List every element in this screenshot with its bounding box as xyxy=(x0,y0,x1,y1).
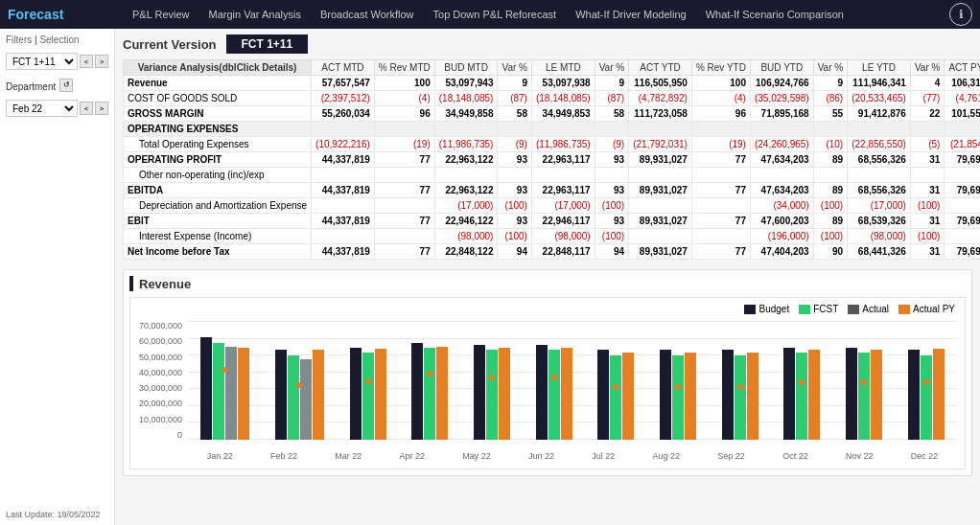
table-cell: 91,412,876 xyxy=(848,106,911,122)
table-cell: 77 xyxy=(691,244,750,260)
table-cell: (2,397,512) xyxy=(312,91,375,106)
chart-bar xyxy=(436,347,448,441)
nav-top-down[interactable]: Top Down P&L Reforecast xyxy=(424,0,567,29)
fct-badge: FCT 1+11 xyxy=(226,34,309,54)
app-title: Forecast xyxy=(8,7,104,22)
version-select[interactable]: FCT 1+11 xyxy=(6,53,78,70)
table-cell: (98,000) xyxy=(848,229,911,244)
actual-py-dot xyxy=(427,371,432,377)
chart-bar xyxy=(908,350,920,440)
table-cell xyxy=(312,229,375,244)
table-cell: 89,931,027 xyxy=(629,152,692,168)
x-axis-label: Jul 22 xyxy=(592,451,615,461)
table-cell: 57,657,547 xyxy=(312,76,375,91)
table-row-label: COST OF GOODS SOLD xyxy=(124,91,312,106)
nav-scenario[interactable]: What-If Scenario Comparison xyxy=(696,0,853,29)
bar-group xyxy=(783,348,820,440)
table-cell: (100) xyxy=(498,198,532,214)
table-cell: 89 xyxy=(813,152,848,168)
table-cell xyxy=(945,122,980,137)
table-cell: 116,505,950 xyxy=(629,76,692,91)
nav-pl-review[interactable]: P&L Review xyxy=(123,0,199,29)
version-next-btn[interactable]: > xyxy=(95,55,108,68)
table-cell: (11,986,735) xyxy=(531,137,595,152)
table-cell: 55 xyxy=(813,106,848,122)
period-prev-btn[interactable]: < xyxy=(80,102,93,115)
table-cell: 93 xyxy=(498,214,532,229)
sidebar: Filters | Selection FCT 1+11 < > Departm… xyxy=(0,29,115,525)
department-row: Department ↺ xyxy=(6,78,108,92)
table-cell xyxy=(629,198,692,214)
table-cell: 100 xyxy=(691,76,750,91)
table-cell: 89 xyxy=(813,183,848,198)
y-axis-label: 50,000,000 xyxy=(139,353,182,362)
version-filter-row: FCT 1+11 < > xyxy=(6,53,108,70)
table-cell: (100) xyxy=(595,198,629,214)
nav-broadcast[interactable]: Broadcast Workflow xyxy=(311,0,424,29)
chart-bar xyxy=(933,349,945,440)
actual-py-dot xyxy=(923,379,929,385)
main-content: Current Version FCT 1+11 Variance Analys… xyxy=(115,29,980,525)
chart-bars xyxy=(188,321,957,440)
chart-bar xyxy=(213,343,224,440)
chart-bar xyxy=(685,353,696,440)
table-cell xyxy=(691,168,750,183)
table-cell: 100 xyxy=(374,76,434,91)
bar-group xyxy=(908,349,945,440)
nav-margin-var[interactable]: Margin Var Analysis xyxy=(199,0,311,29)
table-cell xyxy=(691,198,750,214)
x-axis-label: Jun 22 xyxy=(528,451,554,461)
table-cell: 93 xyxy=(498,183,532,198)
department-refresh-btn[interactable]: ↺ xyxy=(59,79,73,92)
table-row-label: GROSS MARGIN xyxy=(124,106,312,122)
table-cell: 47,600,203 xyxy=(750,214,813,229)
table-cell: 22,848,122 xyxy=(434,244,498,260)
chart-bar xyxy=(610,355,621,440)
x-axis-label: Mar 22 xyxy=(335,451,362,461)
actual-py-dot xyxy=(551,375,557,380)
x-axis-label: Apr 22 xyxy=(399,451,425,461)
y-axis-label: 60,000,000 xyxy=(139,336,182,346)
chart-bar xyxy=(200,337,212,440)
chart-bar xyxy=(424,348,435,440)
table-cell: 4 xyxy=(910,76,945,91)
rev-mtd-header: % Rev MTD xyxy=(374,60,434,76)
revenue-title-text: Revenue xyxy=(139,277,191,291)
table-cell: 77 xyxy=(691,183,750,198)
table-cell: 77 xyxy=(374,244,434,260)
table-row-label: EBIT xyxy=(124,214,312,229)
nav-driver-modeling[interactable]: What-If Driver Modeling xyxy=(566,0,696,29)
table-cell: 106,924,766 xyxy=(750,76,813,91)
table-cell: (19) xyxy=(374,137,434,152)
chart-bar xyxy=(858,353,870,440)
chart-bar xyxy=(225,347,237,441)
actual-py-dot xyxy=(737,384,743,390)
table-cell: (100) xyxy=(813,198,848,214)
table-cell: (17,000) xyxy=(848,198,911,214)
table-cell: (18,148,085) xyxy=(531,91,595,106)
var3-header: Var % xyxy=(813,60,848,76)
chart-bar xyxy=(536,345,548,440)
version-prev-btn[interactable]: < xyxy=(80,55,93,68)
current-version-label: Current Version xyxy=(123,37,217,52)
table-cell: 9 xyxy=(595,76,629,91)
info-icon[interactable]: ℹ xyxy=(949,3,972,26)
top-navigation: Forecast P&L Review Margin Var Analysis … xyxy=(0,0,980,29)
table-cell xyxy=(750,122,813,137)
table-cell: (21,792,031) xyxy=(629,137,692,152)
revenue-title: Revenue xyxy=(129,276,966,291)
table-cell: (10) xyxy=(813,137,848,152)
table-cell: 77 xyxy=(691,214,750,229)
table-cell: (4,782,892) xyxy=(629,91,692,106)
period-select[interactable]: Feb 22 xyxy=(6,100,78,117)
table-cell: (9) xyxy=(498,137,532,152)
table-cell: 106,315,335 xyxy=(945,76,980,91)
table-cell: 93 xyxy=(595,183,629,198)
chart-bar xyxy=(275,350,287,440)
table-cell: 79,698,713 xyxy=(945,244,980,260)
table-cell: 71,895,168 xyxy=(750,106,813,122)
table-cell: 89,931,027 xyxy=(629,214,692,229)
chart-bar xyxy=(300,359,312,441)
period-next-btn[interactable]: > xyxy=(95,102,108,115)
chart-bar xyxy=(747,353,758,440)
